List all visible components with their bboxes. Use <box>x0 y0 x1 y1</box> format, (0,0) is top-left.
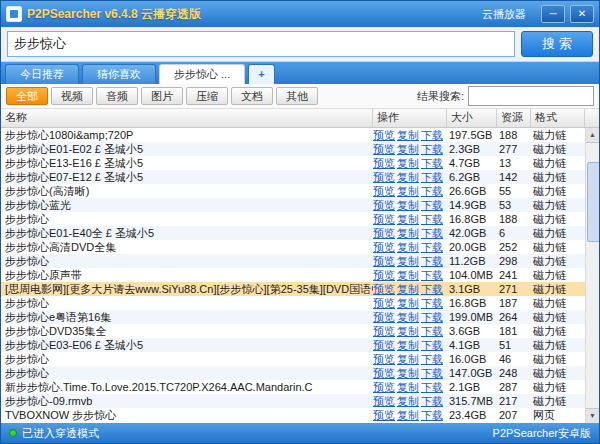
copy-link[interactable]: 复制 <box>397 171 419 183</box>
copy-link[interactable]: 复制 <box>397 213 419 225</box>
download-link[interactable]: 下载 <box>421 157 443 169</box>
preview-link[interactable]: 预览 <box>373 227 395 239</box>
cloud-player-button[interactable]: 云播放器 <box>482 7 526 22</box>
copy-link[interactable]: 复制 <box>397 395 419 407</box>
download-link[interactable]: 下载 <box>421 241 443 253</box>
copy-link[interactable]: 复制 <box>397 367 419 379</box>
column-header-action[interactable]: 操作 <box>373 109 447 127</box>
android-version-link[interactable]: P2PSearcher安卓版 <box>493 426 591 441</box>
close-button[interactable]: ✕ <box>570 5 594 23</box>
preview-link[interactable]: 预览 <box>373 157 395 169</box>
scroll-down-icon[interactable]: ▼ <box>586 408 599 423</box>
search-button[interactable]: 搜 索 <box>521 31 593 57</box>
table-row[interactable]: 步步惊心 预览复制下载 11.2GB 298 磁力链 <box>1 254 585 268</box>
preview-link[interactable]: 预览 <box>373 395 395 407</box>
copy-link[interactable]: 复制 <box>397 325 419 337</box>
table-row[interactable]: 步步惊心E03-E06 £ 圣城小5 预览复制下载 4.1GB 51 磁力链 <box>1 338 585 352</box>
minimize-button[interactable]: ─ <box>541 5 565 23</box>
download-link[interactable]: 下载 <box>421 367 443 379</box>
column-header-size[interactable]: 大小 <box>447 109 497 127</box>
tab-today-recommend[interactable]: 今日推荐 <box>5 64 79 84</box>
filter-other[interactable]: 其他 <box>276 87 318 105</box>
column-header-format[interactable]: 格式 <box>531 109 585 127</box>
download-link[interactable]: 下载 <box>421 311 443 323</box>
table-row[interactable]: 步步惊心E07-E12 £ 圣城小5 预览复制下载 6.2GB 142 磁力链 <box>1 170 585 184</box>
preview-link[interactable]: 预览 <box>373 325 395 337</box>
download-link[interactable]: 下载 <box>421 395 443 407</box>
preview-link[interactable]: 预览 <box>373 353 395 365</box>
table-row[interactable]: 步步惊心 预览复制下载 16.8GB 188 磁力链 <box>1 212 585 226</box>
table-row[interactable]: 步步惊心E01-E02 £ 圣城小5 预览复制下载 2.3GB 277 磁力链 <box>1 142 585 156</box>
download-link[interactable]: 下载 <box>421 171 443 183</box>
preview-link[interactable]: 预览 <box>373 367 395 379</box>
preview-link[interactable]: 预览 <box>373 311 395 323</box>
scrollbar[interactable]: ▲ ▼ <box>585 128 599 423</box>
table-row[interactable]: 步步惊心DVD35集全 预览复制下载 3.6GB 181 磁力链 <box>1 324 585 338</box>
table-row[interactable]: 步步惊心蓝光 预览复制下载 14.9GB 53 磁力链 <box>1 198 585 212</box>
preview-link[interactable]: 预览 <box>373 185 395 197</box>
copy-link[interactable]: 复制 <box>397 409 419 421</box>
column-header-resources[interactable]: 资源 <box>497 109 531 127</box>
table-row[interactable]: 步步惊心1080i&amp;720P 预览复制下载 197.5GB 188 磁力… <box>1 128 585 142</box>
download-link[interactable]: 下载 <box>421 227 443 239</box>
column-header-name[interactable]: 名称 <box>1 109 373 127</box>
copy-link[interactable]: 复制 <box>397 283 419 295</box>
preview-link[interactable]: 预览 <box>373 409 395 421</box>
table-row[interactable]: 步步惊心-09.rmvb 预览复制下载 315.7MB 217 磁力链 <box>1 394 585 408</box>
preview-link[interactable]: 预览 <box>373 255 395 267</box>
preview-link[interactable]: 预览 <box>373 283 395 295</box>
table-row[interactable]: 步步惊心E13-E16 £ 圣城小5 预览复制下载 4.7GB 13 磁力链 <box>1 156 585 170</box>
table-row[interactable]: 步步惊心高清DVD全集 预览复制下载 20.0GB 252 磁力链 <box>1 240 585 254</box>
download-link[interactable]: 下载 <box>421 409 443 421</box>
scrollbar-thumb[interactable] <box>587 162 599 242</box>
copy-link[interactable]: 复制 <box>397 143 419 155</box>
table-row[interactable]: 步步惊心e粤语第16集 预览复制下载 199.0MB 264 磁力链 <box>1 310 585 324</box>
copy-link[interactable]: 复制 <box>397 353 419 365</box>
filter-audio[interactable]: 音频 <box>96 87 138 105</box>
table-row[interactable]: 步步惊心 预览复制下载 16.0GB 46 磁力链 <box>1 352 585 366</box>
download-link[interactable]: 下载 <box>421 297 443 309</box>
table-row[interactable]: 新步步惊心.Time.To.Love.2015.TC720P.X264.AAC.… <box>1 380 585 394</box>
preview-link[interactable]: 预览 <box>373 297 395 309</box>
preview-link[interactable]: 预览 <box>373 241 395 253</box>
search-input[interactable] <box>7 31 515 57</box>
table-row[interactable]: 步步惊心 预览复制下载 16.8GB 187 磁力链 <box>1 296 585 310</box>
scroll-up-icon[interactable]: ▲ <box>586 128 599 143</box>
table-row[interactable]: 步步惊心原声带 预览复制下载 104.0MB 241 磁力链 <box>1 268 585 282</box>
download-link[interactable]: 下载 <box>421 185 443 197</box>
download-link[interactable]: 下载 <box>421 381 443 393</box>
filter-archive[interactable]: 压缩 <box>186 87 228 105</box>
download-link[interactable]: 下载 <box>421 269 443 281</box>
download-link[interactable]: 下载 <box>421 339 443 351</box>
title-bar[interactable]: P2PSearcher v6.4.8 云播穿透版 云播放器 ─ ✕ <box>1 1 599 27</box>
download-link[interactable]: 下载 <box>421 143 443 155</box>
copy-link[interactable]: 复制 <box>397 269 419 281</box>
download-link[interactable]: 下载 <box>421 255 443 267</box>
copy-link[interactable]: 复制 <box>397 157 419 169</box>
download-link[interactable]: 下载 <box>421 283 443 295</box>
preview-link[interactable]: 预览 <box>373 381 395 393</box>
copy-link[interactable]: 复制 <box>397 311 419 323</box>
table-row[interactable]: [思周电影网][更多大片请去www.SiYu88.Cn][步步惊心][第25-3… <box>1 282 585 296</box>
filter-all[interactable]: 全部 <box>6 87 48 105</box>
copy-link[interactable]: 复制 <box>397 227 419 239</box>
filter-image[interactable]: 图片 <box>141 87 183 105</box>
copy-link[interactable]: 复制 <box>397 381 419 393</box>
preview-link[interactable]: 预览 <box>373 143 395 155</box>
preview-link[interactable]: 预览 <box>373 339 395 351</box>
tab-search-result[interactable]: 步步惊心 ... <box>159 64 245 84</box>
table-row[interactable]: 步步惊心(高清晰) 预览复制下载 26.6GB 55 磁力链 <box>1 184 585 198</box>
filter-video[interactable]: 视频 <box>51 87 93 105</box>
copy-link[interactable]: 复制 <box>397 297 419 309</box>
copy-link[interactable]: 复制 <box>397 339 419 351</box>
download-link[interactable]: 下载 <box>421 325 443 337</box>
tab-guess-you-like[interactable]: 猜你喜欢 <box>82 64 156 84</box>
copy-link[interactable]: 复制 <box>397 241 419 253</box>
copy-link[interactable]: 复制 <box>397 255 419 267</box>
new-tab-button[interactable]: + <box>248 64 274 84</box>
copy-link[interactable]: 复制 <box>397 129 419 141</box>
copy-link[interactable]: 复制 <box>397 199 419 211</box>
result-search-input[interactable] <box>468 86 594 106</box>
download-link[interactable]: 下载 <box>421 353 443 365</box>
preview-link[interactable]: 预览 <box>373 199 395 211</box>
